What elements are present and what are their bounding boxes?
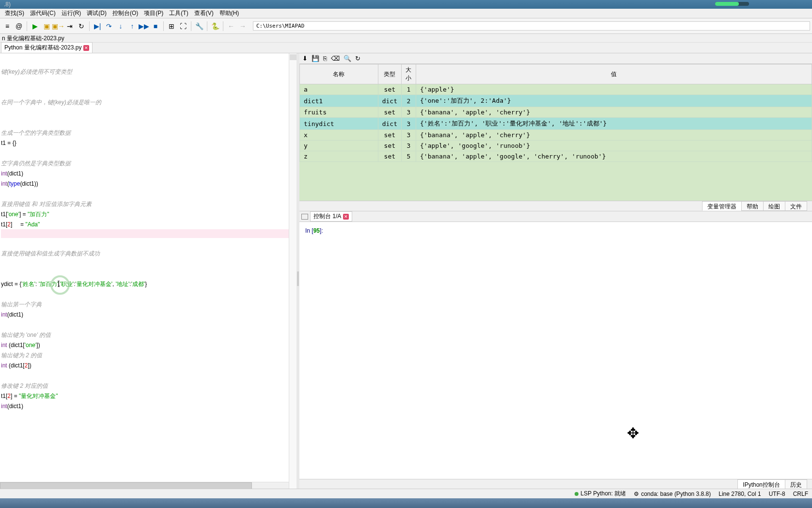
close-console-icon[interactable]: ✕ bbox=[343, 214, 349, 220]
code-editor[interactable]: 键(key)必须使用不可变类型 在同一个字典中，键(key)必须是唯一的 生成一… bbox=[0, 53, 297, 490]
window-titlebar: .8) bbox=[0, 0, 812, 9]
refresh-icon[interactable]: ↻ bbox=[355, 55, 360, 62]
menu-debug[interactable]: 调试(D) bbox=[84, 9, 109, 17]
breadcrumb: n 量化编程基础-2023.py bbox=[0, 34, 812, 43]
status-lsp[interactable]: LSP Python: 就绪 bbox=[575, 490, 626, 498]
run-selection-icon[interactable]: ⇥ bbox=[64, 21, 75, 32]
step-over-icon[interactable]: ↷ bbox=[104, 21, 114, 32]
status-bar: LSP Python: 就绪 ⚙conda: base (Python 3.8.… bbox=[0, 489, 812, 498]
menu-view[interactable]: 查看(V) bbox=[191, 9, 217, 17]
clear-icon[interactable]: ⌫ bbox=[331, 55, 340, 62]
step-out-icon[interactable]: ↑ bbox=[127, 21, 138, 32]
run-cell-icon[interactable]: ▣ bbox=[41, 21, 52, 32]
status-position: Line 2780, Col 1 bbox=[718, 491, 761, 497]
col-size[interactable]: 大小 bbox=[401, 64, 416, 84]
copy-icon[interactable]: ⎘ bbox=[323, 55, 327, 62]
console-icon[interactable] bbox=[301, 214, 308, 220]
working-dir-input[interactable] bbox=[253, 21, 810, 31]
col-name[interactable]: 名称 bbox=[300, 64, 378, 84]
search-icon[interactable]: 🔍 bbox=[344, 55, 351, 62]
console-pane: 控制台 1/A ✕ In [95]: ✥ IPython控制台 历史 bbox=[299, 211, 812, 490]
list-icon[interactable]: ≡ bbox=[2, 21, 13, 32]
console-body[interactable]: In [95]: ✥ bbox=[299, 222, 812, 479]
import-icon[interactable]: ⬇ bbox=[302, 55, 308, 62]
title-text: .8) bbox=[4, 1, 11, 8]
menu-project[interactable]: 项目(P) bbox=[141, 9, 166, 17]
main-menubar: 查找(S) 源代码(C) 运行(R) 调试(D) 控制台(O) 项目(P) 工具… bbox=[0, 9, 812, 18]
menu-console[interactable]: 控制台(O) bbox=[109, 9, 141, 17]
run-cell-advance-icon[interactable]: ▣→ bbox=[53, 21, 63, 32]
progress-indicator bbox=[715, 2, 749, 6]
os-taskbar[interactable] bbox=[0, 498, 812, 508]
step-in-icon[interactable]: ↓ bbox=[115, 21, 126, 32]
menu-source[interactable]: 源代码(C) bbox=[27, 9, 59, 17]
outline-toggle-icon[interactable] bbox=[290, 54, 297, 60]
variable-row[interactable]: aset1{'apple'} bbox=[300, 84, 812, 95]
variable-empty-area bbox=[299, 162, 812, 201]
main-toolbar: ≡ @ ▶ ▣ ▣→ ⇥ ↻ ▶| ↷ ↓ ↑ ▶▶ ■ ⊞ ⛶ 🔧 🐍 ← → bbox=[0, 18, 812, 34]
menu-tools[interactable]: 工具(T) bbox=[166, 9, 191, 17]
wrench-icon[interactable]: 🔧 bbox=[194, 21, 204, 32]
variable-row[interactable]: zset5{'banana', 'apple', 'google', 'cher… bbox=[300, 151, 812, 162]
col-value[interactable]: 值 bbox=[416, 64, 812, 84]
scrollbar-thumb[interactable] bbox=[0, 482, 252, 489]
status-encoding[interactable]: UTF-8 bbox=[769, 491, 785, 497]
maximize-icon[interactable]: ⛶ bbox=[178, 21, 188, 32]
variable-explorer-table: 名称 类型 大小 值 aset1{'apple'}dict1dict2{'one… bbox=[299, 64, 812, 162]
tab-files[interactable]: 文件 bbox=[785, 201, 807, 211]
menu-run[interactable]: 运行(R) bbox=[59, 9, 84, 17]
rerun-icon[interactable]: ↻ bbox=[76, 21, 87, 32]
console-bottom-tabs: IPython控制台 历史 bbox=[299, 479, 812, 490]
tab-ipython[interactable]: IPython控制台 bbox=[737, 479, 785, 490]
variable-row[interactable]: xset3{'banana', 'apple', 'cherry'} bbox=[300, 130, 812, 141]
tab-variables[interactable]: 变量管理器 bbox=[702, 201, 742, 211]
file-tab[interactable]: Python 量化编程基础-2023.py ✕ bbox=[1, 42, 93, 53]
stop-icon[interactable]: ■ bbox=[150, 21, 161, 32]
close-tab-icon[interactable]: ✕ bbox=[83, 45, 89, 51]
console-tab-bar: 控制台 1/A ✕ bbox=[299, 211, 812, 222]
run-icon[interactable]: ▶ bbox=[30, 21, 40, 32]
status-conda[interactable]: ⚙conda: base (Python 3.8.8) bbox=[634, 491, 711, 497]
inspector-tab-bar: 变量管理器 帮助 绘图 文件 bbox=[299, 201, 812, 211]
variable-row[interactable]: tinydictdict3{'姓名':'加百力', '职业':'量化对冲基金',… bbox=[300, 118, 812, 130]
tab-help[interactable]: 帮助 bbox=[741, 201, 764, 211]
variable-row[interactable]: fruitsset3{'banana', 'apple', 'cherry'} bbox=[300, 107, 812, 118]
status-eol[interactable]: CRLF bbox=[793, 491, 808, 497]
col-type[interactable]: 类型 bbox=[378, 64, 401, 84]
save-icon[interactable]: 💾 bbox=[312, 55, 319, 62]
tab-plot[interactable]: 绘图 bbox=[763, 201, 785, 211]
outline-panel[interactable] bbox=[289, 53, 297, 490]
variable-row[interactable]: yset3{'apple', 'google', 'runoob'} bbox=[300, 141, 812, 151]
menu-help[interactable]: 帮助(H) bbox=[217, 9, 242, 17]
variable-row[interactable]: dict1dict2{'one':'加百力', 2:'Ada'} bbox=[300, 95, 812, 107]
layout-icon[interactable]: ⊞ bbox=[166, 21, 177, 32]
console-tab[interactable]: 控制台 1/A ✕ bbox=[310, 211, 352, 222]
nav-fwd-icon[interactable]: → bbox=[237, 21, 248, 32]
tab-history[interactable]: 历史 bbox=[785, 479, 807, 490]
editor-tab-bar: Python 量化编程基础-2023.py ✕ bbox=[0, 43, 812, 53]
debug-icon[interactable]: ▶| bbox=[92, 21, 103, 32]
menu-find[interactable]: 查找(S) bbox=[2, 9, 27, 17]
variable-toolbar: ⬇ 💾 ⎘ ⌫ 🔍 ↻ bbox=[299, 53, 812, 64]
python-icon[interactable]: 🐍 bbox=[210, 21, 220, 32]
move-cursor-icon: ✥ bbox=[627, 425, 639, 442]
nav-back-icon[interactable]: ← bbox=[226, 21, 236, 32]
at-icon[interactable]: @ bbox=[14, 21, 24, 32]
current-line bbox=[1, 229, 296, 238]
continue-icon[interactable]: ▶▶ bbox=[139, 21, 149, 32]
